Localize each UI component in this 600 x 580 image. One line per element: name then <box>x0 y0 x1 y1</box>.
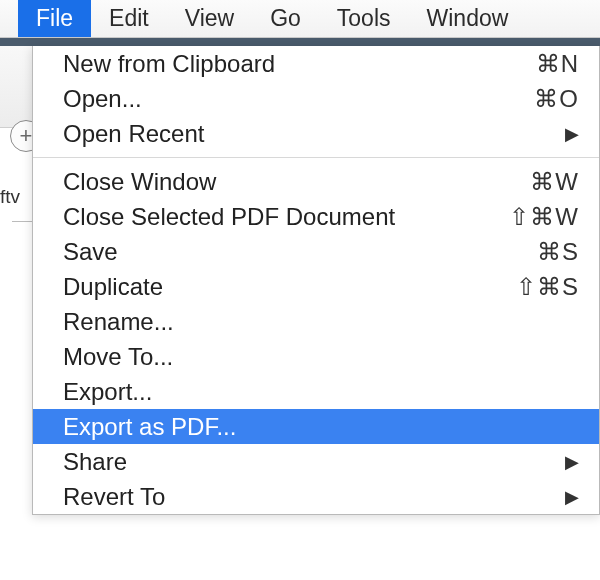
submenu-arrow-icon: ▶ <box>557 123 579 145</box>
menu-item-label: Open Recent <box>63 120 557 148</box>
menu-item-shortcut: ⌘N <box>536 50 579 78</box>
menu-item-duplicate[interactable]: Duplicate ⇧⌘S <box>33 269 599 304</box>
menu-item-label: New from Clipboard <box>63 50 536 78</box>
menu-item-label: Rename... <box>63 308 579 336</box>
menu-item-label: Move To... <box>63 343 579 371</box>
menu-item-label: Duplicate <box>63 273 516 301</box>
menu-item-save[interactable]: Save ⌘S <box>33 234 599 269</box>
background-text-fragment: ftv <box>0 186 20 208</box>
menu-item-label: Share <box>63 448 557 476</box>
menu-item-label: Revert To <box>63 483 557 511</box>
window-titlebar-fragment <box>0 38 600 46</box>
menu-item-open-recent[interactable]: Open Recent ▶ <box>33 116 599 151</box>
file-dropdown-menu: New from Clipboard ⌘N Open... ⌘O Open Re… <box>32 46 600 515</box>
menubar: File Edit View Go Tools Window <box>0 0 600 38</box>
submenu-arrow-icon: ▶ <box>557 486 579 508</box>
menu-item-label: Save <box>63 238 537 266</box>
menu-item-revert-to[interactable]: Revert To ▶ <box>33 479 599 514</box>
menu-item-label: Open... <box>63 85 534 113</box>
menu-item-export[interactable]: Export... <box>33 374 599 409</box>
menu-item-close-selected-pdf[interactable]: Close Selected PDF Document ⇧⌘W <box>33 199 599 234</box>
submenu-arrow-icon: ▶ <box>557 451 579 473</box>
menu-item-rename[interactable]: Rename... <box>33 304 599 339</box>
menu-item-shortcut: ⌘W <box>530 168 579 196</box>
menu-item-label: Export as PDF... <box>63 413 579 441</box>
menubar-item-window[interactable]: Window <box>409 0 527 37</box>
menu-item-label: Close Selected PDF Document <box>63 203 509 231</box>
menu-item-label: Close Window <box>63 168 530 196</box>
menu-separator <box>33 157 599 158</box>
menu-item-close-window[interactable]: Close Window ⌘W <box>33 164 599 199</box>
window-background: + ftv New from Clipboard ⌘N Open... ⌘O O… <box>0 46 600 580</box>
menubar-item-tools[interactable]: Tools <box>319 0 409 37</box>
menu-item-export-as-pdf[interactable]: Export as PDF... <box>33 409 599 444</box>
menu-item-move-to[interactable]: Move To... <box>33 339 599 374</box>
menu-item-open[interactable]: Open... ⌘O <box>33 81 599 116</box>
menu-item-shortcut: ⇧⌘W <box>509 203 579 231</box>
menu-item-shortcut: ⌘O <box>534 85 579 113</box>
menubar-item-edit[interactable]: Edit <box>91 0 167 37</box>
menu-item-new-from-clipboard[interactable]: New from Clipboard ⌘N <box>33 46 599 81</box>
menu-item-shortcut: ⌘S <box>537 238 579 266</box>
menubar-item-go[interactable]: Go <box>252 0 319 37</box>
plus-icon: + <box>20 123 33 149</box>
menubar-item-file[interactable]: File <box>18 0 91 37</box>
menu-item-share[interactable]: Share ▶ <box>33 444 599 479</box>
menu-item-label: Export... <box>63 378 579 406</box>
menu-item-shortcut: ⇧⌘S <box>516 273 579 301</box>
menubar-item-view[interactable]: View <box>167 0 252 37</box>
